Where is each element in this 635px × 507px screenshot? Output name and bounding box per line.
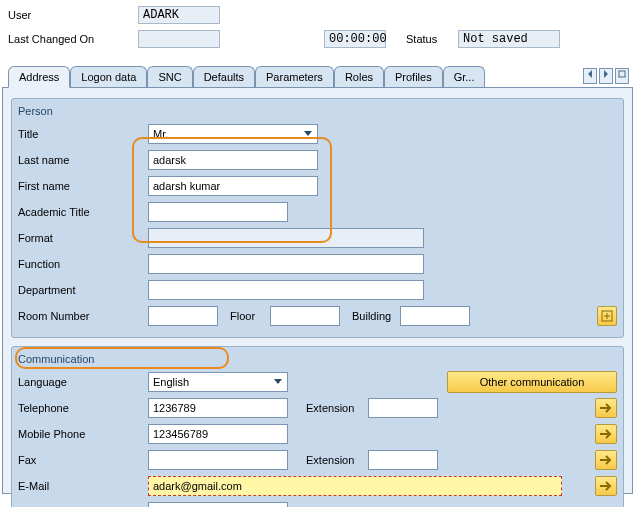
group-title-communication: Communication — [18, 353, 94, 365]
group-person: Person Title Last name First name — [11, 98, 624, 338]
email-label: E-Mail — [18, 480, 148, 492]
room-input[interactable] — [148, 306, 218, 326]
building-input[interactable] — [400, 306, 470, 326]
email-input[interactable] — [148, 476, 562, 496]
group-communication: Communication Language Other communicati… — [11, 346, 624, 507]
tab-defaults[interactable]: Defaults — [193, 66, 255, 87]
tab-parameters[interactable]: Parameters — [255, 66, 334, 87]
acadtitle-input[interactable] — [148, 202, 288, 222]
status-field: Not saved — [458, 30, 560, 48]
acadtitle-label: Academic Title — [18, 206, 148, 218]
mobile-more-button[interactable] — [595, 424, 617, 444]
title-label: Title — [18, 128, 148, 140]
tab-snc[interactable]: SNC — [147, 66, 192, 87]
tab-groups[interactable]: Gr... — [443, 66, 486, 87]
format-label: Format — [18, 232, 148, 244]
expand-address-button[interactable] — [597, 306, 617, 326]
lastname-label: Last name — [18, 154, 148, 166]
email-more-button[interactable] — [595, 476, 617, 496]
changed-time-field: 00:00:00 — [324, 30, 386, 48]
tab-logon-data[interactable]: Logon data — [70, 66, 147, 87]
telephone-input[interactable] — [148, 398, 288, 418]
mobile-input[interactable] — [148, 424, 288, 444]
fax-ext-input[interactable] — [368, 450, 438, 470]
building-label: Building — [352, 310, 400, 322]
tab-profiles[interactable]: Profiles — [384, 66, 443, 87]
firstname-input[interactable] — [148, 176, 318, 196]
changed-date-field — [138, 30, 220, 48]
title-dropdown[interactable] — [148, 124, 318, 144]
changed-label: Last Changed On — [8, 33, 138, 45]
department-input[interactable] — [148, 280, 424, 300]
group-title-person: Person — [18, 105, 617, 117]
language-dropdown[interactable] — [148, 372, 288, 392]
user-field: ADARK — [138, 6, 220, 24]
extension-label: Extension — [306, 402, 368, 414]
language-label: Language — [18, 376, 148, 388]
lastname-input[interactable] — [148, 150, 318, 170]
status-label: Status — [406, 33, 458, 45]
extension-label: Extension — [306, 454, 368, 466]
telephone-ext-input[interactable] — [368, 398, 438, 418]
fax-more-button[interactable] — [595, 450, 617, 470]
floor-input[interactable] — [270, 306, 340, 326]
fax-label: Fax — [18, 454, 148, 466]
firstname-label: First name — [18, 180, 148, 192]
telephone-label: Telephone — [18, 402, 148, 414]
tab-roles[interactable]: Roles — [334, 66, 384, 87]
telephone-more-button[interactable] — [595, 398, 617, 418]
mobile-label: Mobile Phone — [18, 428, 148, 440]
function-label: Function — [18, 258, 148, 270]
floor-label: Floor — [230, 310, 270, 322]
commmeth-dropdown[interactable] — [148, 502, 288, 507]
format-input — [148, 228, 424, 248]
other-communication-button[interactable]: Other communication — [447, 371, 617, 393]
room-label: Room Number — [18, 310, 148, 322]
department-label: Department — [18, 284, 148, 296]
fax-input[interactable] — [148, 450, 288, 470]
function-input[interactable] — [148, 254, 424, 274]
user-label: User — [8, 9, 138, 21]
tab-address[interactable]: Address — [8, 66, 70, 88]
